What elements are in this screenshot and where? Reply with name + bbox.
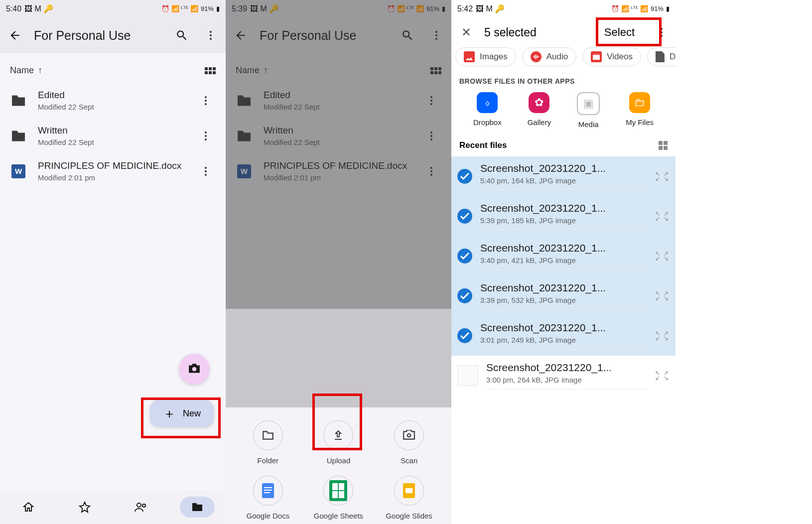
nav-starred[interactable] [67,497,102,518]
view-toggle-button[interactable] [430,67,441,74]
filter-audio[interactable]: Audio [522,47,576,66]
checkmark-icon [457,328,472,343]
fab-new-button[interactable]: ＋ New [150,400,214,427]
images-icon [464,51,475,62]
app-label: Media [577,120,600,129]
more-button[interactable] [652,22,672,42]
nav-home[interactable] [11,497,46,518]
status-battery: 91% [201,5,214,12]
item-more-button[interactable] [421,161,441,181]
app-gallery[interactable]: ✿ Gallery [528,92,551,129]
sheet-docs-button[interactable]: Google Docs [233,476,303,520]
file-list: Edited Modified 22 Sept Written Modified… [0,83,226,189]
nav-files[interactable] [180,497,215,518]
folder-icon [10,94,27,108]
expand-icon: ↖ ↗↙ ↘ [655,251,670,261]
sheet-sheets-button[interactable]: Google Sheets [303,476,374,520]
nav-shared[interactable] [124,497,158,518]
sheet-label: Scan [401,456,417,465]
sheet-upload-button[interactable]: Upload [303,420,374,465]
item-more-button[interactable] [421,126,441,146]
more-button[interactable] [201,25,221,45]
list-item[interactable]: Written Modified 22 Sept [2,118,224,153]
app-dropbox[interactable]: ⬨ Dropbox [473,92,502,129]
sheet-folder-button[interactable]: Folder [233,420,303,465]
status-battery: 91% [426,5,439,12]
filter-documents[interactable]: Do [647,47,676,66]
select-button[interactable]: Select [595,23,644,42]
list-item[interactable]: Edited Modified 22 Sept [2,83,224,118]
item-more-button[interactable] [196,126,216,146]
item-more-button[interactable] [196,161,216,181]
app-header: For Personal Use [226,17,451,53]
status-icons-right: ⏰ 📶 ᴸᵀᴱ 📶 [387,5,424,12]
status-icons-right: ⏰ 📶 ᴸᵀᴱ 📶 [161,5,198,12]
file-name: Edited [264,90,410,101]
filter-label: Videos [607,52,633,62]
status-battery: 91% [651,5,664,12]
app-label: Dropbox [473,118,502,127]
app-media[interactable]: ▣ Media [577,92,600,129]
picker-header: ✕ 5 selected Select [451,17,676,45]
svg-point-0 [137,503,141,507]
battery-icon: ▮ [666,5,670,12]
thumbnail [457,365,478,386]
screen-new-sheet: 5:39 🖼 M 🔑 ⏰ 📶 ᴸᵀᴱ 📶 91% ▮ For Personal … [226,0,451,524]
recent-item[interactable]: Screenshot_20231220_1... 3:00 pm, 264 kB… [451,356,676,395]
sheet-label: Google Sheets [314,512,363,520]
item-more-button[interactable] [421,91,441,111]
item-more-button[interactable] [196,91,216,111]
recent-meta: 3:39 pm, 532 kB, JPG image [480,296,647,304]
status-icons-left: 🖼 M 🔑 [250,4,279,13]
sort-button[interactable]: Name ↑ [236,65,268,76]
app-label: Gallery [528,118,551,127]
sheet-scan-button[interactable]: Scan [374,420,444,465]
app-header: For Personal Use [0,17,226,53]
word-doc-icon: W [10,164,27,178]
recent-item[interactable]: Screenshot_20231220_1... 3:40 pm, 421 kB… [451,236,676,276]
close-button[interactable]: ✕ [456,22,476,42]
file-meta: Modified 22 Sept [264,103,410,111]
file-meta: Modified 2:01 pm [38,173,185,182]
app-myfiles[interactable]: 🗀 My Files [626,92,654,129]
sheet-slides-button[interactable]: Google Slides [374,476,444,520]
sheet-label: Upload [327,456,351,465]
back-button[interactable] [231,25,251,45]
bottom-nav [0,490,226,524]
more-button[interactable] [426,25,446,45]
grid-view-button[interactable] [659,141,668,150]
search-button[interactable] [172,25,192,45]
checkmark-icon [457,209,472,224]
sheet-label: Google Docs [246,512,289,520]
view-toggle-button[interactable] [205,67,216,74]
recent-item[interactable]: Screenshot_20231220_1... 3:39 pm, 532 kB… [451,276,676,316]
recent-name: Screenshot_20231220_1... [480,282,610,294]
search-button[interactable] [398,25,417,45]
list-item[interactable]: Edited Modified 22 Sept [228,83,449,118]
recent-header: Recent files [451,134,676,156]
list-item[interactable]: W PRINCIPLES OF MEDICINE.docx Modified 2… [228,153,449,189]
battery-icon: ▮ [442,5,445,12]
word-doc-icon: W [236,164,253,178]
status-icons-left: 🖼 M 🔑 [24,4,53,13]
fab-camera-button[interactable] [179,354,210,385]
page-title: For Personal Use [34,28,163,43]
sheet-label: Google Slides [386,512,432,520]
arrow-up-icon: ↑ [264,65,268,76]
arrow-up-icon: ↑ [38,65,42,76]
file-name: PRINCIPLES OF MEDICINE.docx [38,160,185,171]
list-item[interactable]: Written Modified 22 Sept [228,118,449,153]
filter-videos[interactable]: Videos [582,47,641,66]
back-button[interactable] [5,25,25,45]
list-item[interactable]: W PRINCIPLES OF MEDICINE.docx Modified 2… [2,153,224,189]
gallery-icon: ✿ [529,92,549,113]
audio-icon [531,51,541,62]
expand-icon: ↖ ↗↙ ↘ [655,291,670,301]
recent-name: Screenshot_20231220_1... [480,322,610,334]
recent-item[interactable]: Screenshot_20231220_1... 5:39 pm, 185 kB… [451,196,676,236]
recent-item[interactable]: Screenshot_20231220_1... 3:01 pm, 249 kB… [451,316,676,356]
sort-button[interactable]: Name ↑ [10,65,42,76]
filter-images[interactable]: Images [455,47,516,66]
status-icons-right: ⏰ 📶 ᴸᵀᴱ 📶 [611,5,648,12]
recent-item[interactable]: Screenshot_20231220_1... 5:40 pm, 164 kB… [451,156,676,196]
